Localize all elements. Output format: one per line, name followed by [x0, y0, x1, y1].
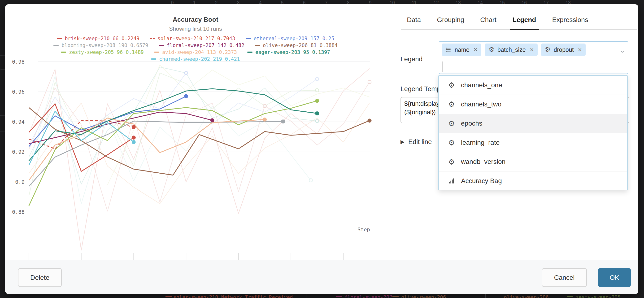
- tag-label: dropout: [554, 46, 574, 53]
- legend-tag-name[interactable]: name×: [442, 44, 481, 56]
- dropdown-item-channels-two[interactable]: ⚙channels_two: [439, 94, 627, 114]
- background-divider: [306, 294, 306, 298]
- legend-entry-avid-sweep-204[interactable]: avid-sweep-204 113 0.2373: [154, 50, 237, 55]
- background-legend-text: zesty-sweep-205: [576, 294, 620, 298]
- background-legend-text: floral-sweep-207: [344, 294, 392, 298]
- legend-swatch: [246, 38, 251, 39]
- chart-subtitle: Showing first 10 runs: [24, 26, 367, 32]
- dropdown-item-accuracy-bag[interactable]: Accuracy Bag: [439, 171, 627, 190]
- background-legend-marker: [336, 296, 342, 297]
- dropdown-item-label: channels_two: [461, 100, 502, 108]
- legend-swatch: [153, 38, 154, 39]
- screen: 0123456789101112131415161718 Accuracy Bo…: [0, 0, 644, 298]
- gear-icon: ⚙: [545, 46, 550, 53]
- legend-entry-label: solar-sweep-210 217 0.7043: [158, 36, 235, 42]
- dropdown-item-wandb-version[interactable]: ⚙wandb_version: [439, 152, 627, 171]
- tag-label: name: [455, 46, 470, 53]
- cancel-button[interactable]: Cancel: [542, 268, 587, 287]
- legend-entry-label: olive-sweep-206 81 0.3884: [263, 42, 338, 48]
- legend-entry-label: ethereal-sweep-209 157 0.25: [254, 36, 334, 42]
- tag-label: batch_size: [498, 46, 526, 53]
- legend-swatch: [159, 45, 164, 46]
- gear-icon: ⚙: [448, 101, 455, 108]
- legend-entry-zesty-sweep-205[interactable]: zesty-sweep-205 96 0.1489: [61, 50, 144, 55]
- gear-icon: ⚙: [488, 46, 494, 53]
- legend-multiselect-input[interactable]: name×⚙batch_size×⚙dropout×: [439, 41, 628, 74]
- legend-swatch: [255, 45, 260, 46]
- svg-text:0.88: 0.88: [12, 209, 24, 215]
- tab-data[interactable]: Data: [404, 15, 424, 29]
- gear-icon: ⚙: [448, 120, 455, 127]
- chevron-down-icon[interactable]: [620, 49, 625, 55]
- legend-options-dropdown: ⚙channels_one⚙channels_two⚙epochs⚙learni…: [438, 75, 628, 190]
- tab-grouping[interactable]: Grouping: [434, 15, 467, 29]
- bar-chart-icon: [448, 178, 455, 184]
- legend-entry-label: eager-sweep-203 95 0.1397: [255, 50, 330, 55]
- background-divider: [485, 294, 486, 298]
- close-icon[interactable]: ×: [474, 46, 478, 53]
- svg-text:Step: Step: [358, 226, 370, 232]
- legend-entry-label: zesty-sweep-205 96 0.1489: [69, 50, 144, 55]
- legend-entry-floral-sweep-207[interactable]: floral-sweep-207 142 0.482: [159, 42, 244, 48]
- legend-entry-label: floral-sweep-207 142 0.482: [167, 42, 244, 48]
- dropdown-item-epochs[interactable]: ⚙epochs: [439, 114, 627, 133]
- svg-text:0.96: 0.96: [12, 89, 24, 95]
- dropdown-item-label: wandb_version: [461, 158, 506, 166]
- text-caret: [442, 62, 443, 72]
- legend-entry-label: blooming-sweep-208 190 0.6579: [62, 42, 148, 48]
- background-legend-text: olive-sweep-206: [504, 294, 549, 298]
- legend-swatch: [61, 52, 66, 53]
- legend-entry-ethereal-sweep-209[interactable]: ethereal-sweep-209 157 0.25: [246, 36, 334, 42]
- panel-tabs: DataGroupingChartLegendExpressions: [401, 15, 637, 30]
- gear-icon: ⚙: [448, 139, 455, 146]
- gear-icon: ⚙: [448, 158, 455, 166]
- background-legend-marker: [567, 296, 573, 297]
- legend-field-label: Legend: [400, 55, 422, 63]
- legend-swatch: [154, 52, 159, 53]
- tab-chart[interactable]: Chart: [477, 15, 499, 29]
- triangle-right-icon: ▶: [400, 139, 404, 145]
- dropdown-item-label: learning_rate: [461, 139, 500, 146]
- svg-text:0.9: 0.9: [15, 179, 24, 185]
- background-legend-marker: [166, 296, 172, 297]
- legend-swatch: [57, 38, 62, 39]
- svg-text:0.94: 0.94: [12, 119, 24, 125]
- svg-text:0.92: 0.92: [12, 149, 24, 155]
- list-icon: [446, 46, 452, 53]
- line-chart: 0.980.960.940.920.90.88024681012Step: [5, 57, 384, 282]
- legend-entry-solar-sweep-210[interactable]: solar-sweep-210 217 0.7043: [150, 36, 235, 42]
- legend-swatch: [150, 38, 152, 39]
- modal-footer: Delete Cancel OK: [5, 260, 638, 294]
- tab-legend[interactable]: Legend: [510, 15, 539, 30]
- background-legend-marker: [392, 296, 398, 297]
- edit-line-expander[interactable]: ▶ Edit line: [400, 138, 432, 146]
- legend-entry-label: avid-sweep-204 113 0.2373: [162, 50, 237, 55]
- dropdown-item-label: channels_one: [461, 81, 502, 89]
- legend-entry-brisk-sweep-210[interactable]: brisk-sweep-210 66 0.2249: [57, 36, 140, 42]
- dropdown-item-label: Accuracy Bag: [461, 177, 502, 185]
- legend-swatch: [54, 45, 59, 46]
- tab-expressions[interactable]: Expressions: [549, 15, 591, 29]
- legend-entry-blooming-sweep-208[interactable]: blooming-sweep-208 190 0.6579: [54, 42, 148, 48]
- tag-row: name×⚙batch_size×⚙dropout×: [439, 42, 628, 58]
- background-legend-text: olive-sweep-206: [401, 294, 446, 298]
- dropdown-item-channels-one[interactable]: ⚙channels_one: [439, 76, 627, 94]
- legend-entry-eager-sweep-203[interactable]: eager-sweep-203 95 0.1397: [247, 50, 330, 55]
- legend-tag-batch_size[interactable]: ⚙batch_size×: [485, 44, 538, 56]
- background-legend-strip: solar-sweep-210 Network Traffic Received…: [0, 294, 644, 298]
- dropdown-item-label: epochs: [461, 120, 482, 127]
- chart-header: Accuracy Boot Showing first 10 runs bris…: [24, 16, 367, 62]
- gear-icon: ⚙: [448, 82, 455, 89]
- close-icon[interactable]: ×: [578, 46, 582, 53]
- legend-swatch: [247, 52, 252, 53]
- ok-button[interactable]: OK: [598, 268, 631, 287]
- edit-line-label: Edit line: [408, 138, 432, 146]
- panel-editor-modal: Accuracy Boot Showing first 10 runs bris…: [5, 4, 638, 294]
- delete-button[interactable]: Delete: [18, 268, 62, 287]
- legend-entry-olive-sweep-206[interactable]: olive-sweep-206 81 0.3884: [255, 42, 338, 48]
- chart-title: Accuracy Boot: [24, 16, 367, 24]
- dropdown-item-learning-rate[interactable]: ⚙learning_rate: [439, 133, 627, 152]
- legend-tag-dropout[interactable]: ⚙dropout×: [541, 44, 586, 56]
- legend-entry-label: brisk-sweep-210 66 0.2249: [65, 36, 140, 42]
- close-icon[interactable]: ×: [530, 46, 534, 53]
